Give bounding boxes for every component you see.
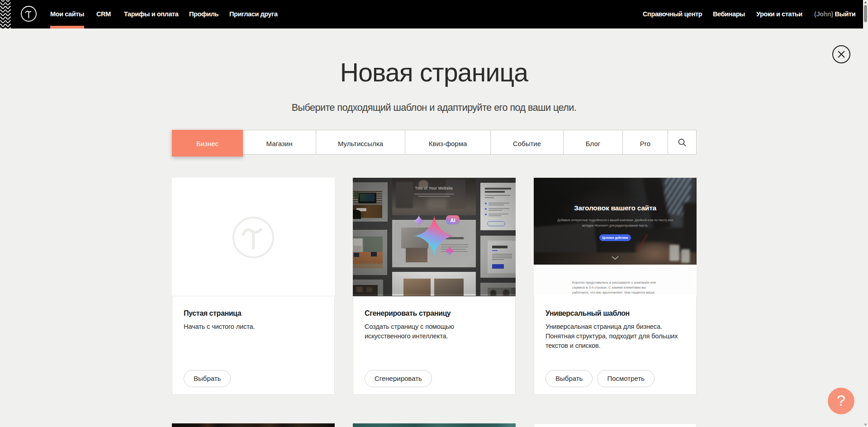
svg-text:AI: AI bbox=[451, 218, 455, 223]
